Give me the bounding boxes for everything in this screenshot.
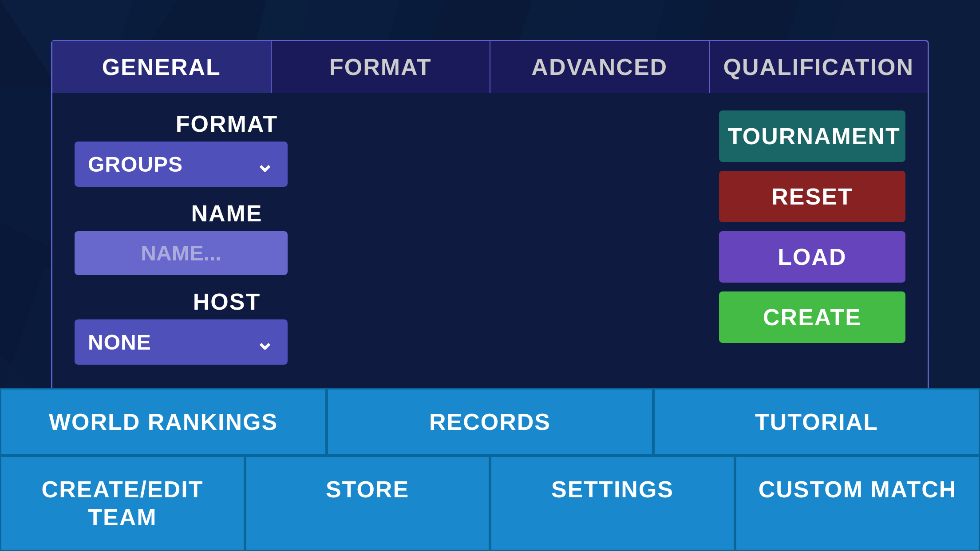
create-button[interactable]: CREATE: [719, 291, 905, 343]
tournament-button[interactable]: TOURNAMENT: [719, 110, 905, 162]
host-chevron-icon: ⌄: [255, 329, 274, 355]
tab-advanced[interactable]: ADVANCED: [490, 41, 710, 93]
format-label: FORMAT: [75, 110, 379, 137]
tab-qualification[interactable]: QUALIFICATION: [710, 41, 928, 93]
format-dropdown[interactable]: GROUPS ⌄: [75, 142, 288, 187]
world-rankings-button[interactable]: WORLD RANKINGS: [0, 388, 327, 456]
host-label: HOST: [75, 288, 379, 315]
format-field-group: FORMAT GROUPS ⌄: [75, 110, 379, 187]
tabs-panel: GENERAL FORMAT ADVANCED QUALIFICATION: [51, 40, 929, 93]
format-dropdown-value: GROUPS: [88, 152, 183, 177]
name-input[interactable]: [75, 231, 288, 275]
format-chevron-icon: ⌄: [255, 151, 274, 177]
records-button[interactable]: RECORDS: [327, 388, 653, 456]
tutorial-button[interactable]: TUTORIAL: [653, 388, 980, 456]
host-field-group: HOST NONE ⌄: [75, 288, 379, 365]
tab-format[interactable]: FORMAT: [272, 41, 491, 93]
bottom-nav-row1: WORLD RANKINGS RECORDS TUTORIAL: [0, 388, 980, 456]
reset-button[interactable]: RESET: [719, 171, 905, 222]
store-button[interactable]: STORE: [245, 456, 490, 551]
host-dropdown-value: NONE: [88, 330, 151, 354]
create-edit-team-button[interactable]: CREATE/EDIT TEAM: [0, 456, 245, 551]
custom-match-button[interactable]: CUSTOM MATCH: [735, 456, 980, 551]
host-dropdown[interactable]: NONE ⌄: [75, 319, 288, 365]
name-label: NAME: [75, 200, 379, 227]
load-button[interactable]: LOAD: [719, 231, 905, 283]
name-field-group: NAME: [75, 200, 379, 275]
tab-general[interactable]: GENERAL: [52, 41, 272, 93]
bottom-nav: WORLD RANKINGS RECORDS TUTORIAL CREATE/E…: [0, 388, 980, 551]
settings-button[interactable]: SETTINGS: [490, 456, 735, 551]
bottom-nav-row2: CREATE/EDIT TEAM STORE SETTINGS CUSTOM M…: [0, 456, 980, 551]
